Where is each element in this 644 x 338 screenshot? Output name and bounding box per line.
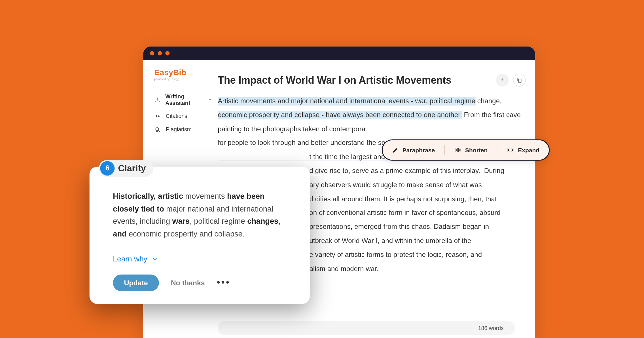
chevron-down-icon — [208, 98, 212, 102]
sidebar-item-label: Citations — [166, 113, 187, 119]
svg-rect-3 — [518, 79, 521, 82]
underlined-span: d give rise to, serve as a prime example… — [309, 167, 480, 175]
shorten-button[interactable]: Shorten — [454, 147, 488, 153]
word-count-bar: 186 words — [218, 321, 515, 335]
suggestion-type-label: Clarity — [118, 163, 146, 174]
sidebar-item-citations[interactable]: Citations — [154, 109, 212, 123]
sparkle-button[interactable] — [496, 74, 509, 86]
svg-point-0 — [156, 127, 159, 130]
highlighted-span: economic prosperity and collapse - have … — [218, 111, 462, 119]
document-title: The Impact of World War I on Artistic Mo… — [218, 74, 496, 86]
copy-button[interactable] — [513, 74, 526, 86]
brand-logo: EasyBib powered by Chegg — [154, 68, 212, 81]
sidebar-item-plagiarism[interactable]: Plagiarism — [154, 123, 212, 136]
sidebar-item-label: Plagiarism — [166, 126, 192, 133]
no-thanks-button[interactable]: No thanks — [171, 279, 205, 287]
titlebar — [143, 47, 535, 60]
expand-button[interactable]: Expand — [507, 147, 539, 153]
divider — [497, 145, 497, 155]
expand-icon — [507, 147, 514, 153]
quote-icon — [154, 113, 161, 119]
sidebar-item-writing-assistant[interactable]: Writing Assistant — [154, 90, 212, 109]
chevron-down-icon — [152, 256, 158, 262]
sparkle-icon — [154, 96, 161, 103]
update-button[interactable]: Update — [113, 274, 159, 291]
pencil-icon — [392, 147, 399, 153]
highlighted-span: Artistic movements and major national an… — [218, 97, 475, 105]
suggestion-popover: 6 Clarity Historically, artistic movemen… — [90, 167, 310, 304]
window-close-dot[interactable] — [150, 51, 154, 55]
suggestion-count-badge: 6 — [100, 161, 115, 176]
search-doc-icon — [154, 126, 161, 132]
svg-line-1 — [158, 130, 160, 131]
collapse-icon — [454, 147, 462, 153]
paraphrase-button[interactable]: Paraphrase — [392, 147, 435, 153]
learn-why-toggle[interactable]: Learn why — [90, 254, 310, 274]
window-max-dot[interactable] — [165, 51, 170, 55]
text-action-toolbar: Paraphrase Shorten Expand — [382, 140, 550, 161]
window-min-dot[interactable] — [158, 51, 162, 55]
suggestion-text: Historically, artistic movements have be… — [90, 167, 310, 254]
more-options-button[interactable]: ••• — [217, 277, 230, 288]
brand-name: EasyBib — [154, 68, 212, 77]
sidebar-item-label: Writing Assistant — [165, 93, 202, 106]
brand-tagline: powered by Chegg — [154, 78, 212, 81]
divider — [444, 145, 445, 155]
word-count: 186 words — [478, 325, 504, 331]
suggestion-badge: 6 Clarity — [99, 160, 154, 177]
